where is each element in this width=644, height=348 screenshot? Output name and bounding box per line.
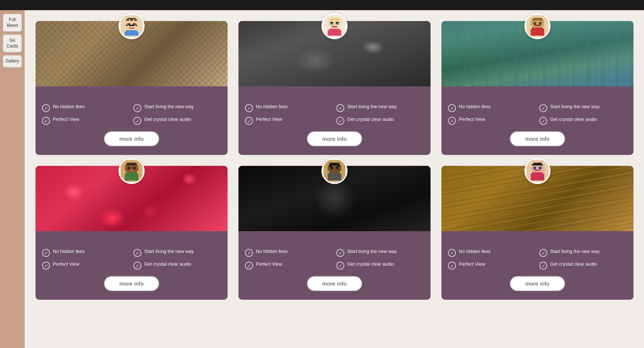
svg-rect-67 [331,171,339,172]
svg-rect-69 [328,174,341,181]
feature-perfect-view-4: Perfect View [42,261,130,270]
feature-text-7: Perfect View [256,116,282,123]
svg-rect-20 [340,21,341,25]
check-icon-14 [133,249,141,257]
more-info-button-4[interactable]: more info [104,276,159,291]
card-body-1: No hidden fees Start living the new way … [36,97,228,155]
feature-text-1: No hidden fees [53,104,84,110]
card-footer-6: more info [448,273,627,293]
card-body-3: No hidden fees Start living the new way … [441,97,633,155]
feature-text-24: Get crystal clear audio [550,261,597,267]
card-body-2: No hidden fees Start living the new way … [238,97,431,155]
svg-rect-37 [535,25,540,26]
check-icon-10 [539,104,547,112]
svg-rect-49 [133,167,136,170]
feature-text-6: Start living the new way [347,104,397,110]
more-info-button-5[interactable]: more info [307,276,362,291]
more-info-button-3[interactable]: more info [510,131,565,146]
more-info-button-6[interactable]: more info [510,276,565,291]
feature-no-hidden-fees-6: No hidden fees [448,249,536,257]
svg-rect-58 [328,165,329,171]
six-cards-button[interactable]: Six Cards [3,34,22,52]
more-info-button-1[interactable]: more info [104,131,159,146]
svg-rect-11 [129,28,134,29]
feature-crystal-audio-4: Get crystal clear audio [133,261,221,270]
check-icon-17 [245,249,253,257]
svg-rect-62 [331,167,332,168]
svg-rect-85 [532,164,543,165]
check-icon-1 [42,104,50,112]
feature-text-18: Start living the new way [347,249,397,255]
feature-text-13: No hidden fees [53,249,84,255]
check-icon-21 [448,249,456,257]
card-6: No hidden fees Start living the new way … [441,166,633,300]
main-content: No hidden fees Start living the new way … [25,10,644,348]
feature-no-hidden-fees-1: No hidden fees [42,104,130,112]
avatar-3 [524,13,550,39]
svg-rect-48 [128,167,130,170]
svg-rect-50 [129,169,134,171]
svg-rect-35 [533,22,536,25]
more-info-button-2[interactable]: more info [307,131,362,146]
avatar-wrap-6 [524,158,550,184]
feature-crystal-audio-1: Get crystal clear audio [133,116,221,125]
svg-rect-65 [337,165,340,167]
svg-rect-26 [331,28,339,29]
feature-text-22: Start living the new way [550,249,600,255]
avatar-wrap-1 [119,13,145,39]
svg-rect-41 [533,18,542,20]
check-icon-15 [42,262,50,270]
check-icon-6 [336,104,344,112]
avatar-wrap-5 [321,158,348,184]
avatar-1 [119,13,145,39]
feature-no-hidden-fees-3: No hidden fees [448,104,536,112]
check-icon-24 [539,262,547,270]
feature-text-9: No hidden fees [459,104,490,110]
card-footer-2: more info [245,128,424,148]
feature-no-hidden-fees-2: No hidden fees [245,104,333,112]
check-icon-22 [539,249,547,257]
check-icon-11 [448,117,456,125]
svg-rect-36 [539,22,542,25]
svg-rect-7 [133,24,136,25]
svg-rect-80 [535,169,540,171]
svg-rect-25 [332,26,337,28]
svg-rect-63 [336,167,337,168]
avatar-5 [321,158,348,184]
check-icon-16 [133,262,141,270]
svg-rect-81 [533,171,542,172]
feature-start-living-6: Start living the new way [539,249,627,257]
svg-rect-53 [125,174,138,181]
feature-crystal-audio-6: Get crystal clear audio [539,261,627,270]
feature-text-11: Perfect View [459,116,485,123]
full-bleed-button[interactable]: Full Bleed [3,14,22,32]
svg-rect-47 [137,165,138,171]
svg-rect-10 [129,25,134,26]
check-icon-5 [245,104,253,112]
svg-rect-15 [129,19,130,21]
check-icon-20 [336,262,344,270]
svg-rect-34 [543,21,544,26]
feature-perfect-view-1: Perfect View [42,116,130,125]
features-grid-3: No hidden fees Start living the new way … [448,104,627,125]
card-footer-3: more info [448,128,627,148]
features-grid-6: No hidden fees Start living the new way … [448,249,627,270]
avatar-6 [524,158,550,184]
feature-no-hidden-fees-4: No hidden fees [42,249,130,257]
gallery-button[interactable]: Gallery [3,55,22,67]
sidebar: Full Bleed Six Cards Gallery [0,10,25,348]
card-footer-5: more info [245,273,424,293]
check-icon-7 [245,117,253,125]
feature-text-12: Get crystal clear audio [550,116,597,123]
check-icon-9 [448,104,456,112]
features-grid-4: No hidden fees Start living the new way … [42,249,221,270]
feature-crystal-audio-5: Get crystal clear audio [336,261,424,270]
svg-rect-79 [539,167,542,168]
avatar-wrap-4 [119,158,145,184]
check-icon-13 [42,249,50,257]
features-grid-2: No hidden fees Start living the new way … [245,104,424,125]
feature-text-3: Perfect View [53,116,79,123]
feature-perfect-view-3: Perfect View [448,116,536,125]
svg-rect-59 [340,165,341,171]
svg-rect-38 [533,26,542,28]
